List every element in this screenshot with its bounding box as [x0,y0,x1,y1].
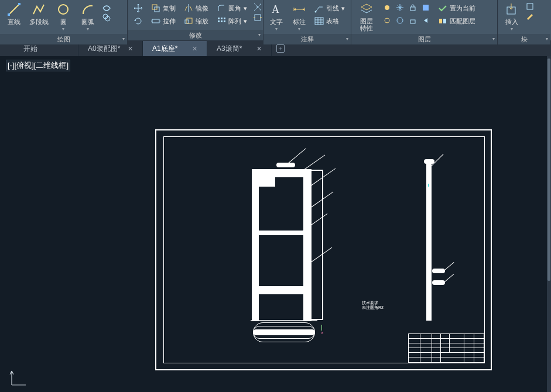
tab-a1[interactable]: A1底座*✕ [143,41,207,56]
svg-line-0 [9,4,19,15]
arc-label: 圆弧 [81,18,94,26]
ribbon-panel-modify: 复制 拉伸 镜像 缩放 圆角 ▾ 阵列 ▾ 修改 [128,0,263,40]
close-icon[interactable]: ✕ [256,45,262,53]
circle-button[interactable]: 圆 ▾ [52,1,75,33]
text-icon: A [269,2,283,16]
dropdown-icon: ▾ [298,26,300,32]
mirror-button[interactable]: 镜像 [182,2,211,14]
svg-rect-26 [410,20,415,23]
move-button[interactable] [131,2,145,14]
close-icon[interactable]: ✕ [128,45,133,53]
viewport-label[interactable]: [-][俯视][二维线框] [6,60,70,71]
svg-rect-27 [439,19,442,23]
table-label: 表格 [326,17,339,26]
dropdown-icon: ▾ [511,26,513,32]
rectangle-icon[interactable] [102,2,111,12]
ribbon-toolbar: 直线 多段线 圆 ▾ 圆弧 ▾ 绘图 [0,0,551,41]
dim-button[interactable]: 标注 ▾ [289,1,310,33]
svg-point-25 [397,18,403,23]
layer-props-label: 图层 特性 [360,18,373,32]
svg-rect-28 [443,19,446,23]
line-button[interactable]: 直线 [2,1,26,27]
panel-title-block: 块 [498,34,550,44]
svg-rect-22 [410,7,415,11]
side-elevation [416,154,445,324]
tab-label: A1底座* [152,44,177,54]
vertical-scrollbar[interactable] [547,56,551,392]
scale-button[interactable]: 缩放 [182,15,211,27]
array-icon [217,16,226,26]
layer-lock-icon[interactable] [408,2,418,13]
arc-button[interactable]: 圆弧 ▾ [76,1,100,33]
svg-rect-11 [218,18,220,19]
svg-rect-23 [423,5,429,11]
text-label: 文字 [270,18,283,26]
svg-rect-17 [255,15,261,20]
ribbon-panel-draw: 直线 多段线 圆 ▾ 圆弧 ▾ 绘图 [0,0,128,40]
ribbon-panel-layer: 图层 特性 置为当前 匹配图层 图层 [351,0,498,40]
dropdown-icon: ▾ [62,26,64,32]
scale-label: 缩放 [196,17,208,26]
layer-off-icon[interactable] [382,2,392,13]
close-icon[interactable]: ✕ [192,45,197,53]
dropdown-icon: ▾ [244,18,247,25]
svg-rect-2 [18,3,20,5]
table-button[interactable]: 表格 [312,15,347,27]
svg-rect-1 [8,13,10,16]
svg-rect-10 [187,18,192,23]
copy-button[interactable]: 复制 [149,2,178,14]
circle-icon [56,2,70,16]
block-edit-icon[interactable] [526,12,534,20]
insert-button[interactable]: 插入 ▾ [500,1,523,33]
svg-rect-8 [152,19,159,23]
title-block [408,333,484,363]
hatch-icon[interactable] [102,13,111,22]
tab-a3[interactable]: A3滚筒*✕ [207,41,272,56]
setcurrent-button[interactable]: 置为当前 [436,2,478,14]
leader-button[interactable]: 引线 ▾ [312,2,347,14]
fillet-button[interactable]: 圆角 ▾ [214,2,249,14]
setcurrent-icon [438,4,447,13]
layer-color-icon[interactable] [420,2,431,13]
fillet-label: 圆角 [228,4,241,13]
polyline-label: 多段线 [29,18,49,26]
stretch-button[interactable]: 拉伸 [149,15,178,27]
arc-icon [81,2,95,16]
layer-freeze-icon[interactable] [395,2,405,13]
matchlayer-button[interactable]: 匹配图层 [436,15,478,27]
extend-icon[interactable] [253,13,262,22]
dimension-icon [292,2,306,16]
text-button[interactable]: A 文字 ▾ [266,1,288,33]
tab-label: A3滚筒* [217,44,242,54]
polyline-icon [32,2,46,16]
block-create-icon[interactable] [526,2,534,11]
leader-label: 引线 [326,4,339,13]
layer-prev-icon[interactable] [420,15,431,26]
layer-thaw-icon[interactable] [395,15,405,26]
svg-rect-16 [224,20,225,22]
fillet-icon [217,4,226,13]
panel-title-draw: 绘图 [0,34,127,44]
svg-rect-14 [218,20,220,22]
trim-icon[interactable] [253,2,262,12]
scrollbar-thumb[interactable] [547,59,550,281]
dropdown-icon: ▾ [87,26,89,32]
ucs-icon [7,366,30,390]
array-button[interactable]: 阵列 ▾ [214,15,249,27]
line-icon [7,2,21,16]
copy-label: 复制 [163,4,176,13]
panel-title-layer: 图层 [351,34,497,44]
insert-label: 插入 [505,18,518,26]
drawing-canvas[interactable]: [-][俯视][二维线框] [0,56,547,392]
polyline-button[interactable]: 多段线 [27,1,50,27]
drawing-sheet: x 技术要求 未注圆角R2 [155,129,492,370]
rotate-button[interactable] [131,15,145,27]
layer-unlock-icon[interactable] [408,15,418,26]
layer-on-icon[interactable] [382,15,392,26]
move-icon [134,4,143,13]
stretch-label: 拉伸 [163,17,176,26]
matchlayer-label: 匹配图层 [450,17,475,26]
layer-props-button[interactable]: 图层 特性 [354,1,379,33]
dropdown-icon: ▾ [275,26,278,32]
tab-label: 开始 [23,44,37,54]
